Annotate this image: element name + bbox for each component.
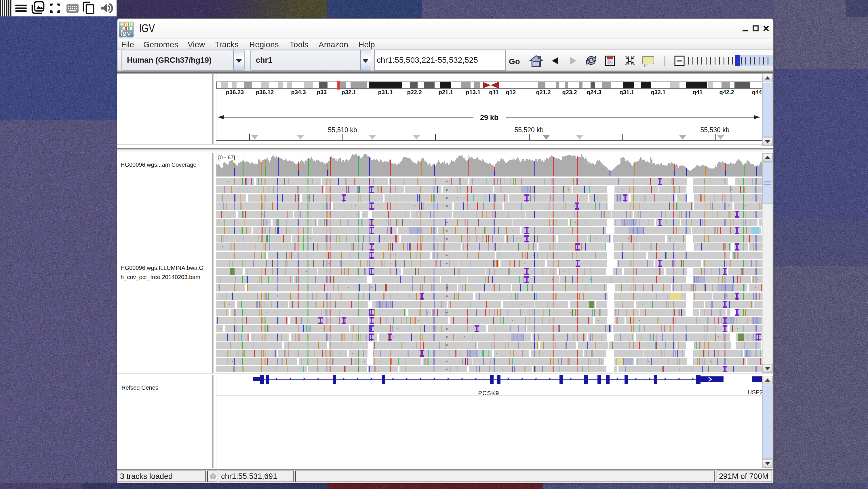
svg-text:[0 - 67]: [0 - 67]: [218, 154, 235, 161]
svg-text:p31.1: p31.1: [378, 89, 393, 95]
svg-text:p22.2: p22.2: [407, 89, 422, 95]
svg-text:HG00096.wgs.ILLUMINA.bwa.G: HG00096.wgs.ILLUMINA.bwa.G: [121, 265, 204, 271]
svg-text:55,510 kb: 55,510 kb: [328, 126, 357, 134]
svg-text:q44: q44: [752, 89, 762, 95]
svg-text:q24.3: q24.3: [587, 89, 601, 95]
svg-text:p34.3: p34.3: [291, 89, 306, 95]
svg-text:q12: q12: [506, 89, 516, 95]
svg-text:55,520 kb: 55,520 kb: [514, 126, 544, 134]
svg-text:q42.2: q42.2: [719, 89, 734, 95]
svg-text:q31.1: q31.1: [619, 89, 634, 95]
svg-text:HG00096.wgs...am Coverage: HG00096.wgs...am Coverage: [121, 162, 196, 168]
svg-text:p21.1: p21.1: [438, 89, 453, 95]
svg-text:p13.1: p13.1: [466, 89, 480, 95]
svg-text:p36.12: p36.12: [256, 89, 274, 95]
svg-text:PCSK9: PCSK9: [478, 390, 499, 396]
svg-text:h_cov_pcr_free.20140203.bam: h_cov_pcr_free.20140203.bam: [121, 274, 200, 281]
svg-text:q21.2: q21.2: [536, 89, 551, 95]
svg-text:p33: p33: [317, 89, 327, 95]
svg-text:p36.23: p36.23: [226, 89, 244, 95]
svg-text:55,530 kb: 55,530 kb: [700, 126, 729, 134]
svg-text:p32.1: p32.1: [341, 89, 356, 95]
svg-text:29 kb: 29 kb: [480, 113, 498, 121]
svg-text:q41: q41: [693, 89, 703, 95]
svg-text:Refseq Genes: Refseq Genes: [121, 384, 158, 391]
svg-text:q11: q11: [489, 89, 498, 95]
svg-text:q23.2: q23.2: [562, 89, 577, 95]
svg-text:q32.1: q32.1: [651, 89, 665, 95]
